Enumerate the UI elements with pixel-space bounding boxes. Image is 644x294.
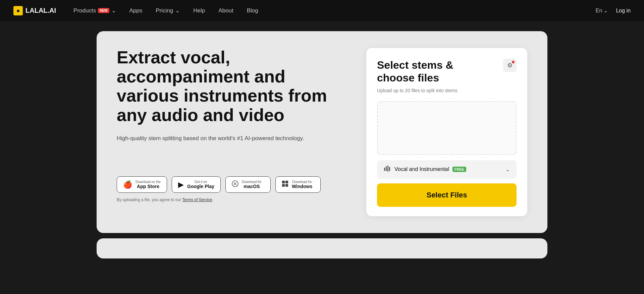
svg-rect-3 [285,181,288,183]
settings-dot [512,61,515,63]
upload-subtitle: Upload up to 20 files to split into stem… [377,88,517,93]
nav-item-products[interactable]: Products NEW ⌄ [67,0,122,21]
nav-items: Products NEW ⌄ Apps Pricing ⌄ Help About… [67,0,596,21]
language-label: En [596,8,602,14]
nav-item-apps[interactable]: Apps [123,0,149,21]
svg-rect-6 [384,168,385,171]
login-label: Log in [616,8,631,13]
appstore-sub: Download on the [136,180,161,184]
logo[interactable]: ■ LALAL.AI [13,6,56,15]
upload-title: Select stems &choose files [377,59,453,84]
stem-free-badge: FREE [452,167,466,172]
products-badge: NEW [98,8,109,13]
hero-title: Extract vocal, accompaniment and various… [117,48,346,125]
appstore-name: App Store [136,184,161,189]
hero-subtitle: High-quality stem splitting based on the… [117,134,346,143]
windows-name: Windows [292,184,312,189]
macos-name: macOS [242,184,262,189]
windows-button[interactable]: Download for Windows [275,176,321,193]
appstore-button[interactable]: 🍎 Download on the App Store [117,176,167,193]
svg-rect-9 [389,167,390,171]
stem-chevron-icon: ⌄ [505,166,510,173]
googleplay-sub: Get it on [187,180,214,184]
file-drop-area[interactable] [377,101,517,155]
bottom-card [97,238,547,258]
hero-left: Extract vocal, accompaniment and various… [117,48,346,202]
lang-chevron-icon: ⌄ [603,7,608,14]
macos-icon: ⌘ [232,180,238,189]
googleplay-icon: ▶ [178,180,184,189]
pricing-chevron-icon: ⌄ [175,7,180,14]
stem-selector[interactable]: Vocal and Instrumental FREE ⌄ [377,160,517,179]
nav-products-label: Products [73,7,96,14]
svg-rect-4 [282,184,285,187]
logo-icon: ■ [13,6,23,15]
settings-button[interactable]: ⚙ [503,59,517,72]
hero-card: Extract vocal, accompaniment and various… [97,31,547,233]
nav-pricing-label: Pricing [156,7,173,14]
nav-apps-label: Apps [129,7,143,14]
products-chevron-icon: ⌄ [111,7,116,14]
language-selector[interactable]: En ⌄ [596,7,608,14]
tos-link[interactable]: Terms of Service [182,197,212,202]
upload-card: Select stems &choose files ⚙ Upload up t… [366,48,527,216]
nav-about-label: About [218,7,233,14]
download-buttons: 🍎 Download on the App Store ▶ Get it on … [117,176,346,193]
nav-item-blog[interactable]: Blog [240,0,265,21]
login-button[interactable]: Log in [616,8,631,14]
nav-blog-label: Blog [247,7,258,14]
upload-card-header: Select stems &choose files ⚙ [377,59,517,84]
gear-icon: ⚙ [507,62,513,69]
nav-item-about[interactable]: About [212,0,240,21]
select-files-label: Select Files [426,191,467,199]
tos-end: . [212,197,213,202]
windows-sub: Download for [292,180,312,184]
svg-rect-2 [282,181,285,183]
googleplay-name: Google Play [187,184,214,189]
nav-item-pricing[interactable]: Pricing ⌄ [149,0,186,21]
nav-right: En ⌄ Log in [596,7,631,14]
svg-text:⌘: ⌘ [233,182,237,186]
macos-sub: Download for [242,180,262,184]
svg-rect-5 [285,184,288,187]
svg-rect-7 [386,166,387,171]
apple-icon: 🍎 [123,180,132,189]
windows-icon [282,180,288,189]
main-wrapper: Extract vocal, accompaniment and various… [0,21,644,269]
logo-text: LALAL.AI [25,7,56,14]
svg-rect-8 [387,166,388,172]
nav-item-help[interactable]: Help [186,0,212,21]
tos-note: By uploading a file, you agree to our Te… [117,197,346,202]
googleplay-button[interactable]: ▶ Get it on Google Play [172,176,221,193]
navbar: ■ LALAL.AI Products NEW ⌄ Apps Pricing ⌄… [0,0,644,21]
macos-button[interactable]: ⌘ Download for macOS [225,176,271,193]
stem-option-label: Vocal and Instrumental [394,166,449,172]
select-files-button[interactable]: Select Files [377,183,517,207]
tos-text: By uploading a file, you agree to our [117,197,182,202]
audio-bars-icon [384,165,391,174]
nav-help-label: Help [193,7,205,14]
hero-right: Select stems &choose files ⚙ Upload up t… [366,48,527,216]
